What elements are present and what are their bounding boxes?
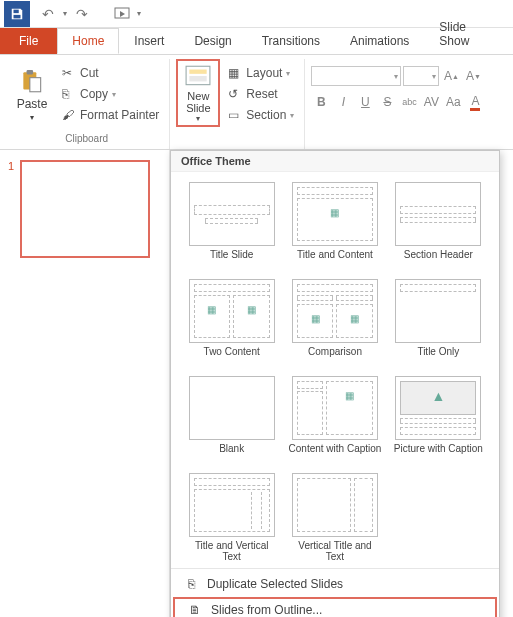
svg-rect-7 (190, 69, 207, 73)
font-family-select[interactable]: ▾ (311, 66, 401, 86)
font-color-button[interactable]: A (465, 92, 485, 112)
section-button[interactable]: ▭ Section ▾ (224, 105, 298, 125)
redo-button[interactable]: ↷ (70, 2, 94, 26)
copy-label: Copy (80, 87, 108, 101)
slide-thumbnail[interactable] (20, 160, 150, 258)
layout-button[interactable]: ▦ Layout ▾ (224, 63, 298, 83)
layout-title[interactable]: Title Slide (185, 182, 278, 273)
bold-button[interactable]: B (311, 92, 331, 112)
layout-pic-cap[interactable]: ▲Picture with Caption (392, 376, 485, 467)
gallery-menu: ⎘ Duplicate Selected Slides 🗎 Slides fro… (171, 568, 499, 617)
group-font: ▾ ▾ A▲ A▼ B I U S abc AV Aa A (305, 59, 491, 149)
layout-caption: Title and Vertical Text (185, 540, 278, 564)
reset-label: Reset (246, 87, 277, 101)
layout-title-content[interactable]: ▦Title and Content (288, 182, 381, 273)
qat-customize-dropdown[interactable]: ▾ (134, 2, 144, 26)
save-button[interactable] (4, 1, 30, 27)
new-slide-icon (184, 63, 212, 88)
format-painter-button[interactable]: 🖌 Format Painter (58, 105, 163, 125)
slide-thumbnail-panel: 1 (0, 150, 170, 617)
layout-blank[interactable]: Blank (185, 376, 278, 467)
layout-caption: Title Only (417, 346, 459, 370)
start-slideshow-button[interactable] (110, 2, 134, 26)
ribbon-tabs: File Home Insert Design Transitions Anim… (0, 28, 513, 54)
outline-icon: 🗎 (187, 602, 203, 617)
change-case-button[interactable]: Aa (443, 92, 463, 112)
new-slide-label: New Slide (186, 90, 210, 114)
layout-title-vert[interactable]: Title and Vertical Text (185, 473, 278, 564)
tab-slideshow[interactable]: Slide Show (424, 14, 513, 54)
menu-duplicate-slides[interactable]: ⎘ Duplicate Selected Slides (171, 571, 499, 597)
menu-outline-label: Slides from Outline... (211, 603, 322, 617)
layout-caption: Comparison (308, 346, 362, 370)
format-painter-label: Format Painter (80, 108, 159, 122)
svg-rect-5 (30, 78, 41, 92)
layout-section[interactable]: Section Header (392, 182, 485, 273)
svg-rect-6 (186, 66, 210, 84)
decrease-font-button[interactable]: A▼ (463, 66, 483, 86)
layout-two[interactable]: ▦▦Two Content (185, 279, 278, 370)
menu-slides-from-outline[interactable]: 🗎 Slides from Outline... (173, 597, 497, 617)
layout-label: Layout (246, 66, 282, 80)
layout-icon: ▦ (228, 66, 242, 80)
cut-label: Cut (80, 66, 99, 80)
section-label: Section (246, 108, 286, 122)
layout-caption: Vertical Title and Text (288, 540, 381, 564)
section-icon: ▭ (228, 108, 242, 122)
layout-caption: Two Content (204, 346, 260, 370)
undo-button[interactable]: ↶ (36, 2, 60, 26)
copy-icon: ⎘ (62, 87, 76, 101)
tab-insert[interactable]: Insert (119, 28, 179, 54)
gallery-grid: Title Slide▦Title and ContentSection Hea… (171, 172, 499, 568)
layout-compare[interactable]: ▦▦Comparison (288, 279, 381, 370)
strikethrough-button[interactable]: S (377, 92, 397, 112)
paste-label: Paste▾ (17, 98, 48, 124)
tab-file[interactable]: File (0, 28, 57, 54)
reset-icon: ↺ (228, 87, 242, 101)
tab-home[interactable]: Home (57, 28, 119, 54)
layout-caption: Title Slide (210, 249, 254, 273)
slide-number: 1 (8, 160, 14, 258)
underline-button[interactable]: U (355, 92, 375, 112)
svg-rect-8 (190, 76, 207, 81)
cut-button[interactable]: ✂ Cut (58, 63, 163, 83)
gallery-header: Office Theme (171, 151, 499, 172)
char-spacing-button[interactable]: AV (421, 92, 441, 112)
layout-caption: Content with Caption (289, 443, 382, 467)
svg-rect-1 (14, 14, 21, 18)
group-slides: New Slide ▾ ▦ Layout ▾ ↺ Reset ▭ Section… (170, 59, 305, 149)
layout-caption: Picture with Caption (394, 443, 483, 467)
ribbon: Paste▾ ✂ Cut ⎘ Copy ▾ 🖌 Format Painter C… (0, 54, 513, 150)
reset-button[interactable]: ↺ Reset (224, 84, 298, 104)
text-shadow-button[interactable]: abc (399, 92, 419, 112)
clipboard-group-label: Clipboard (65, 131, 108, 147)
tab-animations[interactable]: Animations (335, 28, 424, 54)
duplicate-icon: ⎘ (183, 576, 199, 592)
slides-group-label (236, 131, 239, 147)
layout-content-cap[interactable]: ▦Content with Caption (288, 376, 381, 467)
svg-rect-0 (14, 9, 19, 13)
undo-dropdown[interactable]: ▾ (60, 2, 70, 26)
increase-font-button[interactable]: A▲ (441, 66, 461, 86)
font-size-select[interactable]: ▾ (403, 66, 439, 86)
layout-vert-title[interactable]: Vertical Title and Text (288, 473, 381, 564)
layout-caption: Blank (219, 443, 244, 467)
tab-design[interactable]: Design (179, 28, 246, 54)
group-clipboard: Paste▾ ✂ Cut ⎘ Copy ▾ 🖌 Format Painter C… (4, 59, 170, 149)
new-slide-gallery: Office Theme Title Slide▦Title and Conte… (170, 150, 500, 617)
layout-caption: Title and Content (297, 249, 373, 273)
layout-caption: Section Header (404, 249, 473, 273)
menu-duplicate-label: Duplicate Selected Slides (207, 577, 343, 591)
italic-button[interactable]: I (333, 92, 353, 112)
paste-icon (18, 68, 46, 96)
copy-button[interactable]: ⎘ Copy ▾ (58, 84, 163, 104)
layout-title-only[interactable]: Title Only (392, 279, 485, 370)
cut-icon: ✂ (62, 66, 76, 80)
format-painter-icon: 🖌 (62, 108, 76, 122)
paste-button[interactable]: Paste▾ (10, 59, 54, 127)
tab-transitions[interactable]: Transitions (247, 28, 335, 54)
svg-rect-4 (27, 70, 33, 74)
new-slide-button[interactable]: New Slide ▾ (176, 59, 220, 127)
